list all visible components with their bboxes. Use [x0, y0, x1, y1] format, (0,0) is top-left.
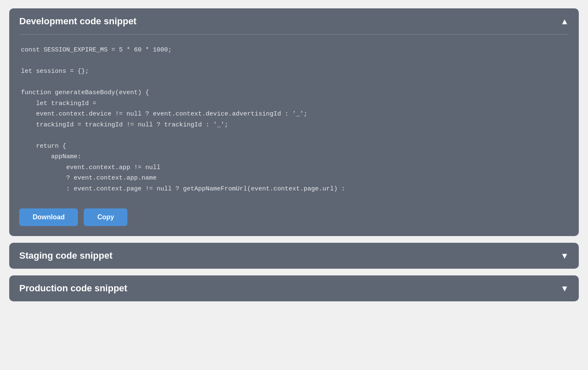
dev-panel-header[interactable]: Development code snippet ▲	[9, 8, 579, 34]
dev-panel-title: Development code snippet	[19, 16, 137, 27]
dev-chevron-icon: ▲	[560, 17, 569, 26]
production-panel-header[interactable]: Production code snippet ▼	[9, 275, 579, 301]
production-panel-title: Production code snippet	[19, 283, 127, 294]
panels-container: Development code snippet ▲ const SESSION…	[9, 8, 579, 301]
staging-panel-header[interactable]: Staging code snippet ▼	[9, 243, 579, 269]
copy-button[interactable]: Copy	[84, 208, 127, 226]
dev-code-block: const SESSION_EXPIRE_MS = 5 * 60 * 1000;…	[21, 45, 567, 194]
download-button[interactable]: Download	[19, 208, 78, 226]
staging-panel-title: Staging code snippet	[19, 250, 112, 261]
staging-panel: Staging code snippet ▼	[9, 243, 579, 269]
staging-chevron-icon: ▼	[560, 252, 569, 260]
dev-panel: Development code snippet ▲ const SESSION…	[9, 8, 579, 236]
dev-button-row: Download Copy	[9, 204, 579, 236]
production-chevron-icon: ▼	[560, 284, 569, 293]
dev-code-area: const SESSION_EXPIRE_MS = 5 * 60 * 1000;…	[9, 35, 579, 204]
production-panel: Production code snippet ▼	[9, 275, 579, 301]
